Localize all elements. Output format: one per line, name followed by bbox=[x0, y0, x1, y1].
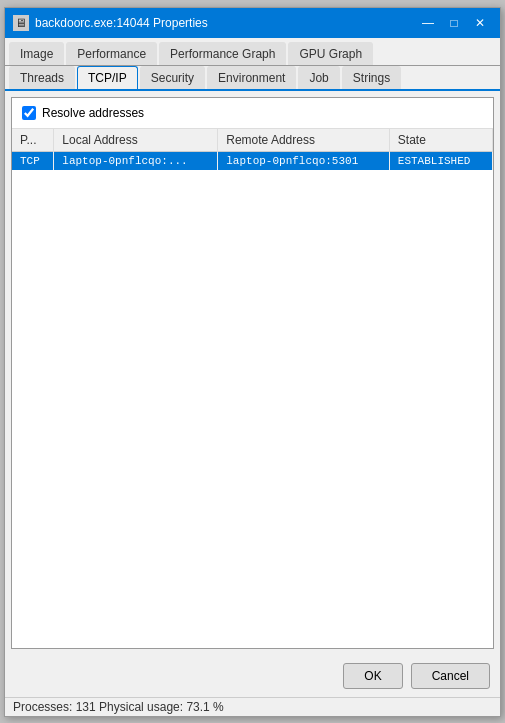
title-controls: — □ ✕ bbox=[416, 13, 492, 33]
table-row[interactable]: TCP laptop-0pnflcqo:... laptop-0pnflcqo:… bbox=[12, 151, 493, 170]
main-window: 🖥 backdoorc.exe:14044 Properties — □ ✕ I… bbox=[4, 7, 501, 717]
tab-job[interactable]: Job bbox=[298, 66, 339, 89]
tab-threads[interactable]: Threads bbox=[9, 66, 75, 89]
tab-performance[interactable]: Performance bbox=[66, 42, 157, 65]
connections-table: P... Local Address Remote Address State … bbox=[12, 129, 493, 170]
connections-table-container[interactable]: P... Local Address Remote Address State … bbox=[12, 129, 493, 648]
cell-local: laptop-0pnflcqo:... bbox=[54, 151, 218, 170]
status-bar: Processes: 131 Physical usage: 73.1 % bbox=[5, 697, 500, 716]
col-remote-address[interactable]: Remote Address bbox=[218, 129, 390, 152]
bottom-bar: OK Cancel bbox=[5, 655, 500, 697]
tab-tcpip[interactable]: TCP/IP bbox=[77, 66, 138, 89]
tab-image[interactable]: Image bbox=[9, 42, 64, 65]
title-bar: 🖥 backdoorc.exe:14044 Properties — □ ✕ bbox=[5, 8, 500, 38]
tab-security[interactable]: Security bbox=[140, 66, 205, 89]
tab-strings[interactable]: Strings bbox=[342, 66, 401, 89]
content-area: Resolve addresses P... Local Address Rem… bbox=[11, 97, 494, 649]
window-title: backdoorc.exe:14044 Properties bbox=[35, 16, 416, 30]
minimize-button[interactable]: — bbox=[416, 13, 440, 33]
tab-row-1: Image Performance Performance Graph GPU … bbox=[5, 38, 500, 66]
col-state[interactable]: State bbox=[389, 129, 492, 152]
col-local-address[interactable]: Local Address bbox=[54, 129, 218, 152]
resolve-addresses-label: Resolve addresses bbox=[42, 106, 144, 120]
cell-protocol: TCP bbox=[12, 151, 54, 170]
status-text: Processes: 131 Physical usage: 73.1 % bbox=[13, 700, 224, 714]
ok-button[interactable]: OK bbox=[343, 663, 402, 689]
resolve-addresses-row: Resolve addresses bbox=[12, 98, 493, 129]
tab-gpu-graph[interactable]: GPU Graph bbox=[288, 42, 373, 65]
tab-row-2: Threads TCP/IP Security Environment Job … bbox=[5, 66, 500, 91]
table-header-row: P... Local Address Remote Address State bbox=[12, 129, 493, 152]
tab-environment[interactable]: Environment bbox=[207, 66, 296, 89]
cell-state: ESTABLISHED bbox=[389, 151, 492, 170]
maximize-button[interactable]: □ bbox=[442, 13, 466, 33]
col-protocol[interactable]: P... bbox=[12, 129, 54, 152]
tab-performance-graph[interactable]: Performance Graph bbox=[159, 42, 286, 65]
close-button[interactable]: ✕ bbox=[468, 13, 492, 33]
cell-remote: laptop-0pnflcqo:5301 bbox=[218, 151, 390, 170]
cancel-button[interactable]: Cancel bbox=[411, 663, 490, 689]
resolve-addresses-checkbox[interactable] bbox=[22, 106, 36, 120]
window-icon: 🖥 bbox=[13, 15, 29, 31]
